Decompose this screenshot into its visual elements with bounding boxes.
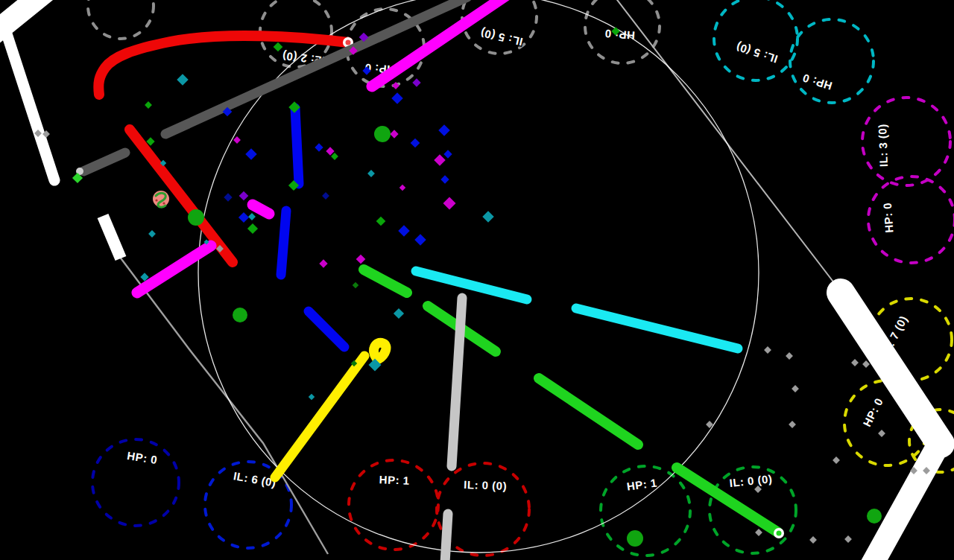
food-dot — [233, 308, 247, 322]
hp-label: HP: 0 — [604, 28, 636, 42]
blue-snake-trail — [295, 108, 299, 184]
food-dot — [374, 126, 391, 142]
il-label: IL: 0 (0) — [464, 478, 507, 492]
green-snake-head-core — [777, 531, 782, 536]
food-dot — [627, 530, 643, 547]
food-dot — [188, 209, 204, 226]
silver-snake-trail — [445, 514, 448, 560]
powerup-speck — [162, 202, 165, 204]
hp-label: HP: 0 — [881, 202, 896, 233]
magenta-snake-trail — [253, 205, 269, 214]
game-viewport: IL: 2 (0)HP: 0IL: 5 (0)HP: 0IL: 5 (0)HP:… — [0, 0, 954, 560]
blue-snake-trail — [281, 211, 286, 275]
food-dot — [867, 509, 882, 524]
powerup-speck — [155, 199, 157, 201]
il-label: IL: 3 (0) — [876, 124, 890, 167]
red-snake-head-core — [346, 40, 351, 45]
game-canvas[interactable]: IL: 2 (0)HP: 0IL: 5 (0)HP: 0IL: 5 (0)HP:… — [0, 0, 954, 560]
dark-gray-snake-head-core — [78, 170, 81, 173]
hp-label: HP: 1 — [379, 473, 409, 486]
